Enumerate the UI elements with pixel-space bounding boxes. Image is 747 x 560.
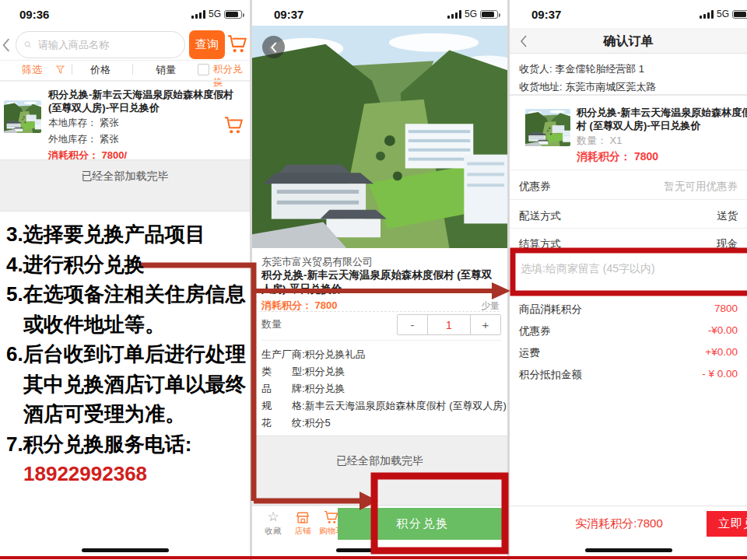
- redeem-points-button[interactable]: 积分兑换: [338, 508, 507, 540]
- remote-stock: 外地库存： 紧张: [48, 133, 119, 146]
- cellular-signal-icon: [700, 10, 714, 19]
- star-icon: ☆: [267, 510, 279, 524]
- home-indicator: [82, 548, 169, 552]
- tab-filter[interactable]: 筛选: [22, 63, 42, 77]
- coupon-label: 优惠券: [519, 180, 551, 194]
- address-line: 收货地址: 东莞市南城区莞太路: [519, 80, 656, 94]
- product-quantity: 数量： X1: [577, 134, 622, 148]
- instruction-overlay: 3.选择要兑换产品项目 4.进行积分兑换 5.在选项备注相关住房信息 或收件地址…: [6, 219, 268, 489]
- instruction-line: 7.积分兑换服务电话:: [6, 429, 268, 460]
- load-complete-band: 已经全部加载完毕: [252, 436, 507, 506]
- delivery-row[interactable]: 配送方式 送货: [510, 204, 747, 227]
- product-detail-screen: 09:37 5G 东莞市富兴贸易有限公司 积分兑换-新丰云天海温泉原始森林度假村…: [252, 0, 507, 560]
- attr-brand: 品 牌:积分兑换: [261, 380, 501, 397]
- tab-price[interactable]: 价格: [90, 63, 110, 77]
- instruction-line: 其中兑换酒店订单以最终: [6, 369, 268, 400]
- instruction-line: 酒店可受理为准。: [6, 399, 268, 429]
- points-cost: 消耗积分： 7800: [577, 150, 658, 164]
- tab-sales[interactable]: 销量: [156, 63, 176, 77]
- network-type: 5G: [717, 9, 729, 19]
- instruction-line: 5.在选项备注相关住房信息: [6, 279, 268, 310]
- coupon-row[interactable]: 优惠券 暂无可用优惠券: [510, 174, 747, 198]
- deduction-label: 积分抵扣金额: [519, 368, 582, 382]
- clock: 09:37: [274, 8, 303, 21]
- status-bar: 09:37 5G: [252, 5, 507, 25]
- clock: 09:37: [531, 8, 561, 21]
- page-title: 确认订单: [510, 33, 747, 50]
- order-confirm-screen: 09:37 5G 确认订单 收货人: 李金儒轮胎经营部 1 收货地址: 东莞市南…: [510, 0, 747, 560]
- attr-spec: 规 格:新丰云天海温泉原始森林度假村 (至尊双人房): [261, 397, 501, 415]
- submit-redeem-button[interactable]: 立即兑换: [707, 511, 747, 537]
- cart-icon[interactable]: [227, 34, 248, 54]
- settlement-label: 结算方式: [519, 237, 561, 251]
- favorite-button[interactable]: ☆ 收藏: [260, 509, 286, 537]
- search-input[interactable]: [37, 38, 177, 51]
- shipping-value: +¥0.00: [705, 346, 738, 358]
- nav-header: 确认订单: [510, 28, 747, 54]
- product-title: 积分兑换-新丰云天海温泉原始森林度假村 (至尊双人房)-平日兑换价: [577, 106, 747, 132]
- instruction-line: 4.进行积分兑换: [6, 250, 268, 280]
- shop-label: 店铺: [289, 526, 316, 537]
- quantity-stepper: - 1 +: [397, 314, 501, 335]
- product-thumbnail: [525, 109, 570, 146]
- shop-button[interactable]: 店铺: [289, 509, 316, 537]
- funnel-icon: [56, 65, 65, 75]
- filter-tabs: 筛选 价格 销量 积分兑换: [0, 61, 250, 80]
- receiver-line: 收货人: 李金儒轮胎经营部 1: [519, 62, 644, 76]
- coupon-amount-value: -¥0.00: [708, 324, 738, 336]
- instruction-line: 3.选择要兑换产品项目: [6, 219, 268, 250]
- screenshot-root: 09:36 5G 查询 筛选 价格 销量 积分兑换: [0, 0, 747, 560]
- load-complete-text: 已经全部加载完毕: [0, 170, 250, 184]
- footer-total: 实消耗积分:7800: [531, 516, 707, 531]
- search-query-button[interactable]: 查询: [189, 30, 225, 59]
- coupon-amount-row: 优惠券 -¥0.00: [510, 319, 747, 342]
- total-points-value: 7800: [714, 303, 738, 314]
- battery-icon: [732, 10, 747, 19]
- cart-icon: [324, 510, 339, 524]
- product-title: 积分兑换-新丰云天海温泉原始森林度假村 (至尊双人房)-平日兑换价: [261, 268, 501, 296]
- deduction-row: 积分抵扣金额 - ¥ 0.00: [510, 362, 747, 386]
- clock: 09:36: [19, 8, 49, 21]
- photo-back-button[interactable]: [262, 36, 285, 58]
- search-icon: [24, 38, 32, 51]
- attr-type: 类 型:积分兑换: [261, 363, 501, 380]
- add-to-cart-icon[interactable]: [224, 116, 244, 135]
- network-type: 5G: [465, 9, 477, 19]
- panel-divider: [507, 0, 510, 560]
- merchant-message-field[interactable]: 选填:给商家留言 (45字以内): [510, 250, 747, 293]
- qty-value[interactable]: 1: [427, 315, 471, 334]
- total-points-row: 商品消耗积分 7800: [510, 297, 747, 320]
- company-name: 东莞市富兴贸易有限公司: [261, 255, 373, 269]
- service-phone-number: 18922992368: [6, 459, 268, 489]
- qty-plus-button[interactable]: +: [471, 315, 500, 334]
- battery-icon: [224, 10, 242, 19]
- attr-manufacturer: 生产厂商:积分兑换礼品: [261, 346, 501, 363]
- total-points-label: 商品消耗积分: [519, 303, 582, 317]
- local-stock: 本地库存： 紧张: [48, 117, 119, 130]
- home-indicator: [336, 548, 423, 552]
- points-exchange-checkbox[interactable]: [198, 64, 209, 75]
- attr-pattern: 花 纹:积分5: [261, 415, 501, 432]
- qty-minus-button[interactable]: -: [398, 315, 427, 334]
- storefront-icon: [296, 511, 310, 524]
- back-chevron-icon[interactable]: [2, 37, 11, 53]
- search-input-wrap: [16, 31, 185, 58]
- delivery-label: 配送方式: [519, 209, 561, 223]
- product-title: 积分兑换-新丰云天海温泉原始森林度假村 (至尊双人房)-平日兑换价: [48, 88, 244, 114]
- status-bar: 09:37 5G: [510, 5, 747, 25]
- instruction-line: 或收件地址等。: [6, 310, 268, 340]
- home-indicator: [585, 548, 672, 552]
- battery-icon: [480, 10, 498, 19]
- cellular-signal-icon: [447, 10, 461, 19]
- instruction-line: 6.后台收到订单后进行处理: [6, 339, 268, 369]
- search-bar: 查询: [0, 30, 250, 61]
- shipping-label: 运费: [519, 346, 540, 360]
- status-bar: 09:36 5G: [0, 5, 250, 25]
- attribute-list: 生产厂商:积分兑换礼品 类 型:积分兑换 品 牌:积分兑换 规 格:新丰云天海温…: [261, 340, 501, 432]
- message-placeholder: 选填:给商家留言 (45字以内): [521, 262, 655, 276]
- cellular-signal-icon: [191, 10, 205, 19]
- coupon-amount-label: 优惠券: [519, 324, 551, 338]
- product-card[interactable]: 积分兑换-新丰云天海温泉原始森林度假村 (至尊双人房)-平日兑换价 本地库存： …: [0, 81, 250, 159]
- product-thumbnail: [4, 100, 41, 133]
- back-chevron-icon: [270, 41, 278, 54]
